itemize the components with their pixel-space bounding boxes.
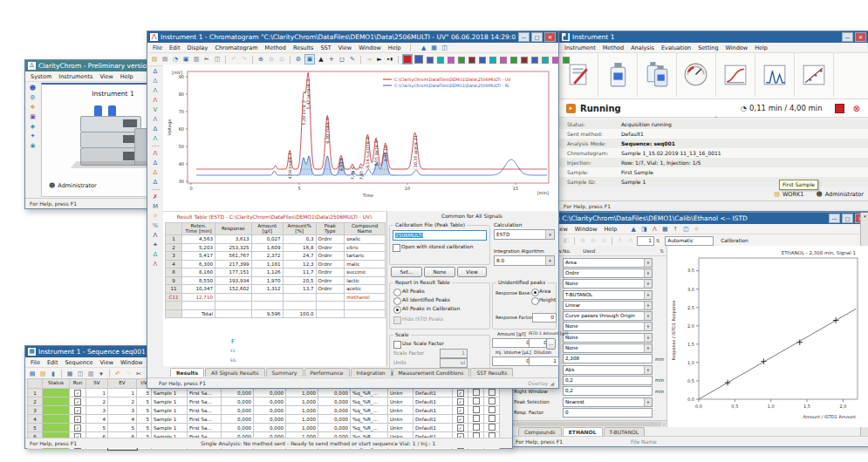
istd-ellipsis-button[interactable]: ...: [546, 338, 556, 350]
tab-results[interactable]: Results: [170, 368, 204, 377]
data-acquisition-icon[interactable]: [716, 53, 755, 97]
set-button[interactable]: Set...: [391, 267, 422, 277]
palette-color-10[interactable]: [519, 55, 528, 64]
param-dropdown[interactable]: Linear▾: [563, 301, 653, 310]
result-cell[interactable]: Ordnr: [316, 260, 345, 268]
sequence-cell[interactable]: Sample 1: [152, 389, 188, 397]
sequence-column-header[interactable]: [28, 379, 43, 389]
sequence-cell[interactable]: 1,000: [286, 424, 318, 432]
menu-help[interactable]: Help: [388, 44, 401, 51]
sequence-cell[interactable]: [43, 406, 70, 415]
result-cell[interactable]: 2: [166, 243, 182, 252]
result-cell[interactable]: 16,8: [283, 243, 316, 252]
result-cell[interactable]: [283, 302, 316, 310]
sequence-checkbox[interactable]: [489, 424, 496, 431]
result-cell[interactable]: tartaric: [345, 252, 386, 261]
menu-view[interactable]: View: [100, 359, 113, 366]
stop-button[interactable]: [835, 104, 844, 113]
sequence-checkbox[interactable]: ✓: [457, 425, 464, 431]
palette-color-13[interactable]: [550, 55, 559, 64]
sequence-cell[interactable]: [484, 406, 500, 415]
palette-color-8[interactable]: [498, 55, 507, 64]
overlay-pane[interactable]: Overlay: [528, 378, 548, 388]
spinner-arrows-icon[interactable]: ⇅: [656, 238, 660, 243]
result-cell[interactable]: [316, 309, 345, 318]
prev-icon[interactable]: ◄: [365, 55, 373, 64]
sequence-cell[interactable]: 4: [28, 415, 43, 424]
result-cell[interactable]: [316, 302, 345, 310]
sequence-cell[interactable]: ✓: [453, 415, 468, 424]
menu-chromatogram[interactable]: Chromatogram: [215, 44, 257, 51]
table-icon[interactable]: ▦: [660, 225, 669, 234]
print-icon[interactable]: ▥: [192, 55, 201, 64]
save-icon[interactable]: ▣: [181, 55, 190, 64]
sequence-cell[interactable]: 1: [86, 389, 108, 397]
palette-color-11[interactable]: [530, 55, 538, 64]
sequence-checkbox[interactable]: [473, 424, 480, 431]
chromatogram-icon[interactable]: [755, 53, 795, 97]
sequence-cell[interactable]: 3: [86, 406, 108, 415]
result-cell[interactable]: 4: [166, 260, 182, 268]
param-dropdown[interactable]: None▾: [563, 322, 653, 331]
instrument-user[interactable]: Administrator: [825, 191, 864, 198]
sequence-cell[interactable]: [484, 397, 500, 406]
axes-icon-3[interactable]: Δ: [151, 125, 161, 133]
menu-display[interactable]: Display: [187, 44, 208, 51]
result-cell[interactable]: Ordnr: [316, 268, 345, 277]
menu-file[interactable]: File: [31, 359, 40, 366]
dropdown-icon[interactable]: ▾: [97, 370, 106, 378]
result-cell[interactable]: [251, 302, 283, 310]
sequence-cell[interactable]: 0,000: [254, 397, 286, 406]
result-cell[interactable]: 8: [166, 268, 182, 277]
param-field[interactable]: 0: [563, 408, 653, 418]
palette-color-6[interactable]: [477, 55, 486, 64]
result-cell[interactable]: 11: [166, 285, 182, 294]
peak-b-icon[interactable]: Λ: [626, 236, 635, 245]
sequence-cell[interactable]: 5: [137, 389, 152, 397]
zoom-in-icon[interactable]: ⊕: [256, 55, 265, 64]
sequence-cell[interactable]: Default1: [413, 415, 453, 424]
sequence-cell[interactable]: ✓: [453, 397, 468, 406]
sequence-column-header[interactable]: SV: [86, 379, 108, 389]
zoom-reset-icon[interactable]: ⊙: [599, 236, 608, 245]
tab-sst-results[interactable]: SST Results: [470, 368, 513, 377]
scroll-arrows-icon[interactable]: ⇅: [660, 248, 664, 254]
undo-icon[interactable]: ↶: [229, 55, 238, 64]
overlay-icon[interactable]: ▲: [420, 44, 428, 52]
mini-f-icon[interactable]: F: [229, 337, 238, 346]
param-dropdown[interactable]: Ordnr▾: [563, 268, 653, 278]
menu-window[interactable]: Window: [575, 226, 598, 233]
menu-instruments[interactable]: Instruments: [58, 73, 92, 80]
group-icon[interactable]: Λ: [151, 231, 161, 240]
sequence-cell[interactable]: [484, 415, 500, 424]
axes-icon-4[interactable]: Δ: [151, 250, 161, 259]
sequence-checkbox[interactable]: [473, 415, 480, 422]
result-cell[interactable]: 13,7: [283, 285, 316, 294]
zoom-reset-icon[interactable]: ⊙: [277, 55, 286, 64]
identified-peaks-radio[interactable]: [393, 297, 401, 305]
save-icon[interactable]: ▮: [49, 370, 58, 378]
palette-color-14[interactable]: [561, 55, 570, 64]
sequence-cell[interactable]: 5: [137, 415, 152, 424]
result-cell[interactable]: methanol: [345, 293, 386, 302]
sequence-cell[interactable]: 1,000: [286, 397, 318, 406]
sequence-cell[interactable]: 4: [86, 415, 108, 424]
menu-sst[interactable]: SST: [320, 44, 331, 51]
sequence-cell[interactable]: 5: [137, 424, 152, 432]
new-icon[interactable]: ▤: [28, 370, 37, 378]
result-cell[interactable]: 6,300: [182, 260, 215, 268]
split-icon[interactable]: ◨: [639, 225, 648, 234]
result-cell[interactable]: 193,934: [215, 276, 252, 285]
sequence-cell[interactable]: [468, 415, 484, 424]
result-cell[interactable]: [182, 302, 215, 310]
mini-sg-icon[interactable]: SG: [229, 357, 238, 365]
sequence-cell[interactable]: Unkn: [388, 415, 413, 424]
sequence-cell[interactable]: ✓: [70, 415, 86, 424]
minimize-button[interactable]: —: [829, 214, 840, 223]
sequence-cell[interactable]: [468, 406, 484, 415]
sequence-cell[interactable]: ✓: [70, 406, 86, 415]
result-cell[interactable]: [345, 309, 386, 318]
menu-file[interactable]: File: [153, 44, 162, 51]
result-cell[interactable]: 10,347: [182, 285, 215, 294]
play-end-icon[interactable]: ►▮: [386, 55, 394, 64]
